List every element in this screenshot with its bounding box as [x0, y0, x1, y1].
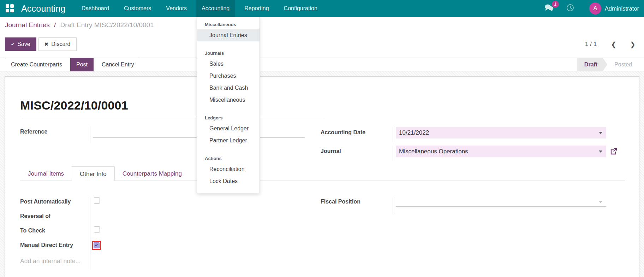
chevron-down-icon — [599, 201, 602, 203]
manual-direct-entry-label: Manual Direct Entry — [20, 241, 90, 255]
menu-section-header: Journals — [197, 49, 260, 58]
right-field-group: Accounting Date 10/21/2022 Journal Misce… — [321, 127, 628, 164]
field-separator — [90, 126, 90, 143]
statusbar: Create Counterparts Post Cancel Entry Dr… — [0, 58, 644, 71]
chat-bubbles-icon — [544, 7, 554, 13]
menu-section-actions: Actions Reconciliation Lock Dates — [197, 154, 260, 187]
nav-item-vendors[interactable]: Vendors — [161, 0, 192, 17]
messages-count-badge: 1 — [552, 1, 559, 8]
clock-icon — [566, 7, 574, 13]
record-name-field[interactable]: MISC/2022/10/0001 — [20, 99, 324, 116]
post-automatically-row: Post Automatically — [20, 198, 306, 212]
accounting-date-input[interactable]: 10/21/2022 — [396, 127, 606, 138]
messages-button[interactable]: 1 — [544, 4, 554, 13]
reversal-of-label: Reversal of — [20, 212, 90, 226]
cancel-entry-button[interactable]: Cancel Entry — [96, 58, 140, 71]
user-avatar[interactable]: A — [589, 2, 601, 14]
field-separator — [393, 146, 393, 161]
menu-section-journals: Journals Sales Purchases Bank and Cash M… — [197, 49, 260, 106]
menu-section-ledgers: Ledgers General Ledger Partner Ledger — [197, 114, 260, 147]
main-menu: Dashboard Customers Vendors Accounting R… — [76, 0, 327, 17]
check-icon: ✔ — [11, 42, 14, 47]
accounting-date-label: Accounting Date — [321, 127, 393, 136]
external-link-icon — [609, 147, 618, 155]
post-automatically-checkbox[interactable] — [94, 198, 100, 204]
menu-section-miscellaneous: Miscellaneous Journal Entries — [197, 20, 260, 41]
record-title: MISC/2022/10/0001 — [20, 99, 324, 112]
menu-item-partner-ledger[interactable]: Partner Ledger — [197, 135, 260, 147]
pager-next-icon[interactable]: ❯ — [627, 40, 638, 48]
journal-row: Journal Miscellaneous Operations — [321, 146, 628, 161]
pager-counter[interactable]: 1 / 1 — [585, 41, 597, 48]
x-icon: ✖ — [44, 41, 49, 47]
attention-highlight-ring: ✔ — [92, 241, 101, 250]
reference-row: Reference — [20, 126, 306, 143]
breadcrumb-parent-link[interactable]: Journal Entries — [5, 21, 50, 29]
to-check-checkbox[interactable] — [94, 226, 100, 232]
to-check-label: To Check — [20, 226, 90, 241]
tab-journal-items[interactable]: Journal Items — [20, 166, 72, 181]
menu-item-sales[interactable]: Sales — [197, 58, 260, 70]
notebook-tabs: Journal Items Other Info Counterparts Ma… — [20, 166, 625, 181]
discard-button[interactable]: ✖ Discard — [38, 37, 77, 51]
status-widget: Draft Posted — [577, 58, 639, 71]
create-counterparts-button[interactable]: Create Counterparts — [5, 58, 68, 71]
journal-input[interactable]: Miscellaneous Operations — [396, 146, 606, 157]
internal-note-input[interactable]: Add an internal note... — [20, 258, 80, 265]
fiscal-position-row: Fiscal Position — [321, 198, 628, 214]
menu-item-bank-and-cash[interactable]: Bank and Cash — [197, 82, 260, 94]
menu-item-miscellaneous[interactable]: Miscellaneous — [197, 94, 260, 106]
tab-other-info[interactable]: Other Info — [72, 166, 115, 181]
tab-counterparts-mapping[interactable]: Counterparts Mapping — [115, 166, 190, 181]
fiscal-position-input[interactable] — [396, 198, 606, 207]
fiscal-position-label: Fiscal Position — [321, 198, 393, 206]
menu-item-journal-entries[interactable]: Journal Entries — [197, 29, 260, 41]
breadcrumb: Journal Entries / Draft Entry MISC/2022/… — [5, 21, 154, 29]
top-navbar: Accounting Dashboard Customers Vendors A… — [0, 0, 644, 17]
apps-grid-icon[interactable] — [6, 4, 14, 13]
menu-item-reconciliation[interactable]: Reconciliation — [197, 163, 260, 175]
post-button[interactable]: Post — [70, 58, 94, 71]
accounting-date-row: Accounting Date 10/21/2022 — [321, 127, 628, 142]
nav-item-reporting[interactable]: Reporting — [239, 0, 274, 17]
nav-item-accounting[interactable]: Accounting — [196, 0, 235, 17]
state-draft[interactable]: Draft — [577, 58, 607, 71]
reference-label: Reference — [20, 126, 90, 135]
menu-section-header: Miscellaneous — [197, 20, 260, 29]
manual-direct-entry-checkbox[interactable]: ✔ — [94, 242, 100, 248]
journal-label: Journal — [321, 146, 393, 154]
nav-item-customers[interactable]: Customers — [119, 0, 156, 17]
user-menu[interactable]: Administrator — [605, 5, 639, 12]
control-panel: Journal Entries / Draft Entry MISC/2022/… — [0, 17, 644, 58]
state-posted[interactable]: Posted — [607, 58, 639, 71]
record-pager: 1 / 1 ❮ ❯ — [585, 37, 638, 51]
post-automatically-label: Post Automatically — [20, 198, 90, 212]
breadcrumb-separator: / — [54, 21, 56, 29]
nav-item-configuration[interactable]: Configuration — [279, 0, 323, 17]
menu-item-general-ledger[interactable]: General Ledger — [197, 123, 260, 135]
menu-item-lock-dates[interactable]: Lock Dates — [197, 175, 260, 187]
activities-button[interactable] — [566, 4, 574, 13]
to-check-row: To Check — [20, 226, 306, 241]
form-sheet: MISC/2022/10/0001 Reference Accounting D… — [5, 76, 639, 277]
save-button[interactable]: ✔ Save — [5, 37, 36, 51]
app-brand-title[interactable]: Accounting — [21, 4, 66, 14]
navbar-systray: 1 A Administrator — [544, 2, 639, 14]
statusbar-buttons: Create Counterparts Post Cancel Entry — [5, 58, 140, 71]
nav-item-dashboard[interactable]: Dashboard — [76, 0, 114, 17]
chevron-down-icon — [599, 151, 602, 153]
chevron-down-icon — [599, 132, 602, 134]
menu-item-purchases[interactable]: Purchases — [197, 70, 260, 82]
form-view-background: MISC/2022/10/0001 Reference Accounting D… — [0, 71, 644, 277]
manual-direct-entry-row: Manual Direct Entry ✔ — [20, 241, 306, 255]
menu-section-header: Actions — [197, 154, 260, 163]
field-separator — [393, 127, 393, 142]
menu-section-header: Ledgers — [197, 114, 260, 123]
record-action-buttons: ✔ Save ✖ Discard — [5, 37, 77, 51]
reversal-of-field[interactable] — [90, 212, 306, 226]
pager-previous-icon[interactable]: ❮ — [608, 40, 619, 48]
breadcrumb-current: Draft Entry MISC/2022/10/0001 — [60, 21, 154, 29]
journal-external-link-button[interactable] — [609, 147, 618, 157]
field-separator — [393, 198, 393, 214]
reversal-of-row: Reversal of — [20, 212, 306, 226]
